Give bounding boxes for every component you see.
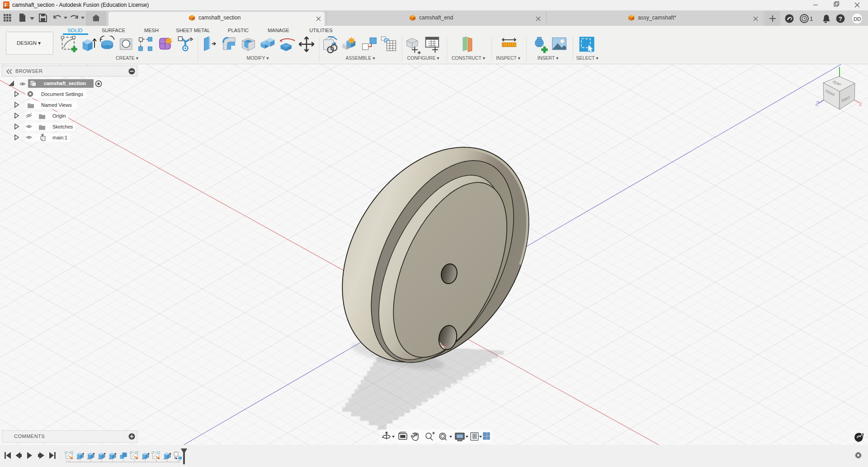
- svg-text:Z: Z: [815, 100, 819, 107]
- svg-text:1: 1: [810, 15, 813, 22]
- svg-text:?: ?: [839, 15, 842, 22]
- svg-text:DD: DD: [854, 16, 861, 22]
- svg-text:F: F: [5, 2, 8, 8]
- svg-text:X: X: [858, 101, 863, 108]
